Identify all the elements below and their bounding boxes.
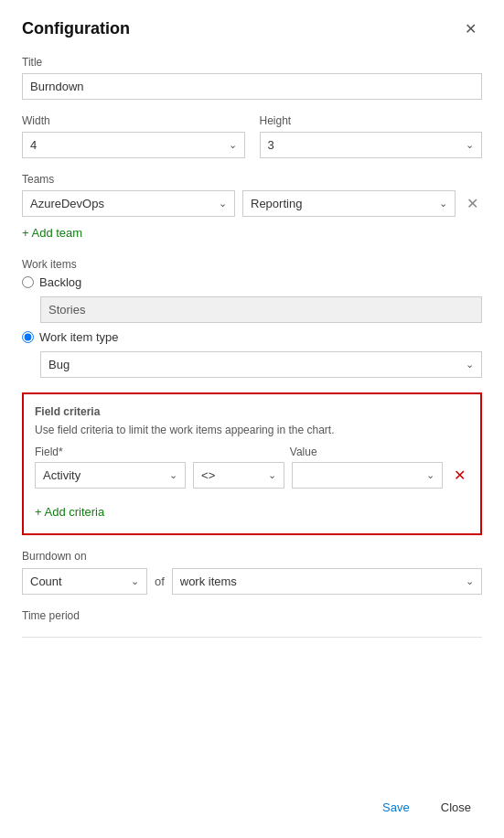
backlog-radio[interactable]	[22, 276, 34, 288]
work-item-type-select-wrapper: Bug Epic Feature Task User Story ⌄	[40, 351, 482, 378]
team2-select[interactable]: Reporting	[243, 191, 455, 216]
title-input[interactable]	[22, 73, 482, 100]
burndown-items-select-wrapper: work items story points remaining work ⌄	[172, 568, 482, 595]
value-column-label: Value	[290, 446, 440, 458]
remove-criteria-button[interactable]: ✕	[450, 465, 469, 486]
work-item-type-radio-label[interactable]: Work item type	[39, 330, 118, 344]
width-select[interactable]: 12345	[23, 133, 244, 157]
configuration-dialog: Configuration ✕ Title Width 12345 ⌄ Heig…	[0, 0, 504, 838]
criteria-column-labels: Field* Value	[35, 446, 469, 458]
save-button[interactable]: Save	[371, 795, 421, 820]
dialog-title: Configuration	[22, 19, 130, 38]
width-height-section: Width 12345 ⌄ Height 12345 ⌄	[22, 114, 482, 158]
work-item-type-radio[interactable]	[22, 331, 34, 343]
height-select[interactable]: 12345	[261, 133, 482, 157]
backlog-radio-label[interactable]: Backlog	[39, 275, 81, 289]
teams-section: Teams AzureDevOps ⌄ Reporting ⌄ ✕ + Add …	[22, 173, 482, 243]
team2-select-wrapper: Reporting ⌄	[242, 190, 456, 217]
criteria-op-select-wrapper: = <> < > ⌄	[193, 462, 284, 489]
height-select-wrapper: 12345 ⌄	[260, 132, 483, 158]
work-items-label: Work items	[22, 258, 482, 271]
add-criteria-button[interactable]: + Add criteria	[35, 501, 104, 522]
time-period-divider	[22, 637, 482, 638]
time-period-section: Time period	[22, 609, 482, 652]
op-column-label	[192, 446, 283, 458]
work-items-section: Work items Backlog Work item type Bug Ep…	[22, 258, 482, 378]
backlog-radio-option: Backlog	[22, 275, 482, 289]
width-col: Width 12345 ⌄	[22, 114, 245, 158]
field-criteria-title: Field criteria	[35, 405, 469, 418]
burndown-of-text: of	[155, 575, 165, 588]
criteria-field-select-wrapper: Activity Area Path Assigned To Priority …	[35, 462, 186, 489]
burndown-count-select-wrapper: Count Sum ⌄	[22, 568, 147, 595]
burndown-items-select[interactable]: work items story points remaining work	[173, 569, 481, 594]
team1-select[interactable]: AzureDevOps	[23, 191, 234, 216]
work-item-type-radio-option: Work item type	[22, 330, 482, 344]
add-team-button[interactable]: + Add team	[22, 222, 82, 243]
team1-select-wrapper: AzureDevOps ⌄	[22, 190, 235, 217]
width-label: Width	[22, 114, 245, 127]
field-column-label: Field*	[35, 446, 185, 458]
width-select-wrapper: 12345 ⌄	[22, 132, 245, 158]
burndown-section: Burndown on Count Sum ⌄ of work items st…	[22, 550, 482, 595]
burndown-count-select[interactable]: Count Sum	[23, 569, 146, 594]
height-label: Height	[260, 114, 483, 127]
criteria-row-1: Activity Area Path Assigned To Priority …	[35, 462, 469, 489]
field-criteria-section: Field criteria Use field criteria to lim…	[22, 392, 482, 535]
dialog-close-button[interactable]: ✕	[459, 18, 482, 39]
burndown-label: Burndown on	[22, 550, 482, 563]
criteria-value-select[interactable]	[293, 463, 442, 488]
criteria-op-select[interactable]: = <> < >	[194, 463, 284, 488]
dialog-header: Configuration ✕	[22, 18, 482, 39]
criteria-field-select[interactable]: Activity Area Path Assigned To Priority …	[36, 463, 185, 488]
work-items-radio-group: Backlog Work item type Bug Epic Feature …	[22, 275, 482, 378]
burndown-row: Count Sum ⌄ of work items story points r…	[22, 568, 482, 595]
backlog-input	[40, 296, 482, 323]
teams-row: AzureDevOps ⌄ Reporting ⌄ ✕	[22, 190, 482, 217]
title-section: Title	[22, 56, 482, 100]
remove-team-button[interactable]: ✕	[463, 193, 482, 214]
work-item-type-select[interactable]: Bug Epic Feature Task User Story	[41, 352, 481, 377]
field-criteria-description: Use field criteria to limit the work ite…	[35, 424, 469, 436]
title-label: Title	[22, 56, 482, 69]
time-period-label: Time period	[22, 609, 482, 622]
close-footer-button[interactable]: Close	[430, 795, 482, 820]
criteria-value-select-wrapper: ⌄	[292, 462, 443, 489]
dialog-footer: Save Close	[22, 777, 482, 820]
teams-label: Teams	[22, 173, 482, 186]
height-col: Height 12345 ⌄	[260, 114, 483, 158]
